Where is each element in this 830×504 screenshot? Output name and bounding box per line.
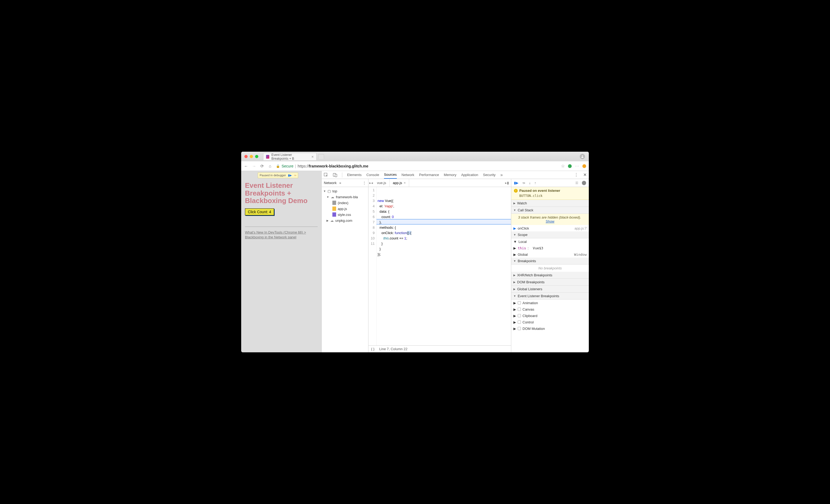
pause-on-exceptions-button[interactable] [582,181,586,185]
section-global-listeners[interactable]: ▶Global Listeners [511,286,589,293]
tree-top[interactable]: ▼▢top [322,188,368,194]
evcat-dom-mutation[interactable]: ▶DOM Mutation [511,325,589,332]
tree-file-appjs[interactable]: app.js [322,206,368,212]
inspect-element-icon[interactable] [324,173,328,177]
browser-tab[interactable]: Event Listener Breakpoints + B × [263,153,317,160]
devtools-menu-icon[interactable]: ⋮ [574,172,578,177]
section-xhr[interactable]: ▶XHR/fetch Breakpoints [511,272,589,279]
file-icon [332,201,336,205]
profile-avatar-icon[interactable] [580,154,585,159]
section-breakpoints[interactable]: ▼Breakpoints [511,258,589,264]
blackbox-note: 3 stack frames are hidden (black-boxed).… [511,214,589,225]
bookmark-star-icon[interactable]: ☆ [561,163,565,168]
no-breakpoints-label: No breakpoints [511,264,589,272]
close-file-icon[interactable]: × [404,181,406,185]
cloud-icon: ☁ [330,219,334,223]
debugger-controls: ▮▶ ⤼ ↓ ↑ ⁍⃠ [511,179,589,187]
new-tab-button[interactable] [318,154,324,159]
devtools-tabs: Elements Console Sources Network Perform… [322,171,589,179]
navigator-menu-icon[interactable]: ⋮ [362,181,366,185]
checkbox[interactable] [518,314,521,317]
devtools: Elements Console Sources Network Perform… [321,171,589,352]
svg-rect-3 [335,174,337,177]
info-icon: i [514,189,518,193]
scope-this[interactable]: ▶this: Vue$3 [511,245,589,251]
page-heading: Event Listener Breakpoints + Blackboxing… [245,182,318,204]
reload-button[interactable]: ⟳ [260,164,264,168]
extension-orange-icon[interactable] [582,164,586,168]
tree-file-stylecss[interactable]: style.css [322,212,368,218]
tab-memory[interactable]: Memory [444,171,456,179]
stack-frame[interactable]: ▶ onClick app.js:7 [511,225,589,231]
svg-point-0 [582,155,583,157]
titlebar: Event Listener Breakpoints + B × [241,152,589,161]
debugger-pane: ▮▶ ⤼ ↓ ↑ ⁍⃠ iPaused on event listener BU… [511,179,589,352]
zoom-window-button[interactable] [255,155,258,158]
tab-security[interactable]: Security [483,171,496,179]
editor-statusbar: { } Line 7, Column 22 [369,345,511,352]
tab-application[interactable]: Application [461,171,478,179]
file-tree: ▼▢top ▼☁framework-bla (index) app.js sty… [322,187,368,224]
file-tab-vue[interactable]: vue.js [374,179,390,187]
evcat-clipboard[interactable]: ▶Clipboard [511,312,589,319]
minimize-window-button[interactable] [250,155,253,158]
section-dom[interactable]: ▶DOM Breakpoints [511,279,589,286]
tree-unpkg[interactable]: ▶☁unpkg.com [322,218,368,223]
address-bar[interactable]: 🔒 Secure | https://framework-blackboxing… [276,164,557,168]
checkbox[interactable] [518,301,521,305]
tree-file-index[interactable]: (index) [322,200,368,206]
secure-label: Secure [282,164,293,168]
lock-icon: 🔒 [276,164,280,168]
pretty-print-icon[interactable]: { } [371,347,374,351]
tab-sources[interactable]: Sources [384,171,397,179]
section-event-listener-bp[interactable]: ▼Event Listener Breakpoints [511,293,589,300]
close-tab-icon[interactable]: × [312,155,314,159]
scope-global[interactable]: ▶GlobalWindow [511,251,589,258]
tab-elements[interactable]: Elements [347,171,361,179]
tab-title: Event Listener Breakpoints + B [272,153,309,160]
section-watch[interactable]: ▶Watch [511,200,589,207]
tree-domain[interactable]: ▼☁framework-bla [322,194,368,200]
more-nav-tabs-icon[interactable]: » [339,181,341,185]
show-frames-link[interactable]: Show [546,219,554,223]
checkbox[interactable] [518,320,521,324]
back-button[interactable]: ← [244,164,248,168]
evcat-control[interactable]: ▶Control [511,319,589,325]
step-out-button[interactable]: ↑ [535,181,536,185]
checkbox[interactable] [518,327,521,330]
paused-banner: iPaused on event listener BUTTON.click [511,187,589,200]
toggle-navigator-icon[interactable]: ▸◂ [369,181,374,185]
resume-icon[interactable]: ▮▶ [288,174,292,177]
section-callstack[interactable]: ▼Call Stack [511,207,589,214]
toggle-debugger-pane-icon[interactable]: ▸▮ [505,181,509,185]
extension-green-icon[interactable] [568,164,572,168]
evcat-canvas[interactable]: ▶Canvas [511,306,589,312]
close-devtools-icon[interactable]: ✕ [583,172,587,177]
navigator-tab[interactable]: Network [324,181,337,185]
extension-dots-icon[interactable]: ⋯ [575,163,579,168]
tab-network[interactable]: Network [402,171,414,179]
browser-toolbar: ← → ⟳ ⌂ 🔒 Secure | https://framework-bla… [241,161,589,171]
step-over-button[interactable]: ⤼ [522,181,525,185]
file-tab-app[interactable]: app.js× [390,179,409,187]
resume-button[interactable]: ▮▶ [514,181,518,185]
close-window-button[interactable] [245,155,248,158]
step-over-icon[interactable]: ⤼ [294,174,296,177]
tab-console[interactable]: Console [366,171,379,179]
step-into-button[interactable]: ↓ [529,181,531,185]
more-tabs-icon[interactable]: » [500,172,503,177]
click-count-button[interactable]: Click Count: 4 [245,209,274,215]
evcat-animation[interactable]: ▶Animation [511,300,589,306]
forward-button[interactable]: → [252,164,256,168]
code-editor[interactable]: 1234567891011 new Vue({ el: '#app', data… [369,187,511,345]
tab-performance[interactable]: Performance [419,171,439,179]
home-button[interactable]: ⌂ [268,164,272,168]
favicon-icon [266,155,269,159]
window-controls [241,155,261,158]
page-link[interactable]: What's New In DevTools (Chrome 66) > Bla… [245,230,318,240]
deactivate-breakpoints-button[interactable]: ⁍⃠ [576,181,578,185]
device-toggle-icon[interactable] [333,173,337,177]
checkbox[interactable] [518,308,521,311]
section-scope[interactable]: ▼Scope [511,231,589,239]
scope-local[interactable]: ▼Local [511,239,589,245]
